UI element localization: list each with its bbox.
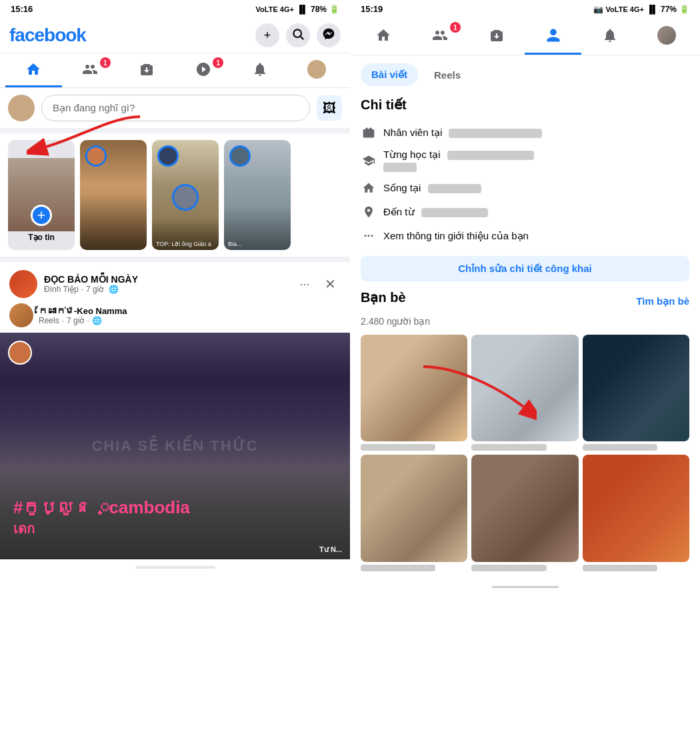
location-icon: [361, 204, 377, 220]
right-camera-icon: 📷: [593, 5, 603, 14]
study-place-blurred: [447, 151, 534, 160]
nav-profile[interactable]: [288, 53, 345, 87]
right-nav-avatar[interactable]: [638, 18, 695, 55]
right-panel: 15:19 📷 VoLTE 4G+ ▐▌ 77% 🔋 1: [350, 0, 700, 744]
study-icon: [361, 153, 377, 169]
nav-notifications[interactable]: [231, 53, 288, 87]
left-panel: 15:16 VoLTE 4G+ ▐▌ 78% 🔋 facebook +: [0, 0, 350, 744]
nav-friends[interactable]: 1: [62, 53, 119, 87]
left-status-bar: 15:16 VoLTE 4G+ ▐▌ 78% 🔋: [0, 0, 350, 18]
left-signal: VoLTE 4G+: [256, 5, 294, 13]
watermark: CHIA SẺ KIẾN THỨC: [91, 437, 258, 455]
friend-photo-1: [361, 335, 467, 441]
messenger-button[interactable]: [317, 23, 341, 47]
photo-icon: 🖼: [323, 101, 336, 116]
create-story-plus-icon: +: [31, 205, 52, 226]
friend-item-2[interactable]: [471, 335, 578, 451]
reel-globe-icon: 🌐: [92, 316, 102, 325]
left-battery: 78%: [311, 5, 327, 14]
watch-badge: 1: [213, 57, 223, 68]
nav-home[interactable]: [5, 53, 62, 87]
from-place-blurred: [421, 208, 488, 217]
home-icon: [361, 180, 377, 196]
left-scrollbar: [135, 566, 215, 569]
search-button[interactable]: [286, 23, 310, 47]
right-nav-marketplace[interactable]: [469, 18, 525, 55]
stories-section: + Tạo tin TOP: Lời ông Giáo a Bia...: [0, 133, 350, 262]
friend-photo-3: [583, 335, 689, 441]
left-status-right: VoLTE 4G+ ▐▌ 78% 🔋: [256, 5, 339, 14]
study-place-blurred2: [383, 163, 417, 172]
right-nav-profile[interactable]: [525, 18, 581, 55]
post-more-button[interactable]: ···: [294, 273, 315, 295]
tab-posts[interactable]: Bài viết: [361, 63, 418, 86]
tab-reels[interactable]: Reels: [423, 63, 471, 86]
right-battery: 77%: [661, 5, 677, 14]
study-label: Từng học tại: [383, 149, 441, 160]
work-place-blurred: [449, 129, 542, 138]
friend-item-5[interactable]: [471, 455, 578, 571]
more-info-row[interactable]: ··· Xem thông tin giới thiệu của bạn: [361, 224, 689, 248]
friend-item-4[interactable]: [361, 455, 467, 571]
friend-name-4: [361, 565, 435, 571]
post-input[interactable]: Bạn đang nghĩ gì?: [41, 95, 310, 121]
story-1-avatar: [85, 145, 107, 167]
right-signal: VoLTE 4G+: [606, 5, 644, 13]
friend-item-3[interactable]: [583, 335, 689, 451]
right-status-bar: 15:19 📷 VoLTE 4G+ ▐▌ 77% 🔋: [350, 0, 700, 18]
signal-bars-icon: ▐▌: [297, 5, 308, 14]
story-2-avatar: [157, 145, 179, 167]
story-1[interactable]: [80, 140, 147, 250]
right-nav-avatar-img: [657, 26, 676, 45]
live-row: Sống tại: [361, 176, 689, 200]
friend-name-3: [583, 444, 657, 451]
friends-header: Bạn bè Tìm bạn bè: [361, 289, 689, 313]
photo-video-button[interactable]: 🖼: [317, 95, 342, 121]
friend-item-1[interactable]: [361, 335, 467, 451]
post-time: 7 giờ: [86, 285, 103, 294]
from-label: Đến từ: [383, 206, 415, 217]
battery-icon: 🔋: [329, 5, 339, 14]
more-icon: ···: [361, 228, 377, 244]
nav-watch[interactable]: 1: [175, 53, 231, 87]
live-place-blurred: [428, 184, 481, 193]
reel-caption-text: #កូប្លូន ្cambodia: [13, 497, 337, 518]
find-friends-link[interactable]: Tìm bạn bè: [636, 295, 689, 307]
reel-caption-text2: เดก: [13, 518, 337, 539]
messenger-icon: [322, 27, 335, 44]
study-row: Từng học tại: [361, 145, 689, 176]
left-nav-bar: 1 1: [0, 53, 350, 88]
create-story-label: Tạo tin: [25, 233, 57, 242]
post-user-avatar: [8, 95, 35, 121]
edit-details-button[interactable]: Chỉnh sửa chi tiết công khai: [361, 256, 689, 281]
right-scrollbar: [492, 586, 559, 588]
right-signal-bars: ▐▌: [647, 5, 658, 14]
right-nav-home[interactable]: [355, 18, 412, 55]
story-3[interactable]: Bia...: [224, 140, 291, 250]
post-close-button[interactable]: ✕: [319, 273, 341, 295]
reel-meta: Reels · 7 giờ · 🌐: [39, 316, 127, 325]
right-nav-bar: 1: [350, 18, 700, 55]
more-info-text: Xem thông tin giới thiệu của bạn: [383, 230, 529, 242]
friends-count: 2.480 người bạn: [361, 316, 689, 327]
post-group-avatar: [9, 270, 37, 298]
friend-item-6[interactable]: [583, 455, 689, 571]
right-scroll-indicator: [350, 579, 700, 595]
nav-marketplace[interactable]: [119, 53, 175, 87]
video-thumbnail[interactable]: CHIA SẺ KIẾN THỨC #កូប្លូន ្cambodia เดก…: [0, 333, 350, 559]
create-story-card[interactable]: + Tạo tin: [8, 140, 75, 250]
reel-type: Reels: [39, 316, 59, 325]
post-dot: ·: [81, 285, 83, 294]
right-nav-friends[interactable]: 1: [412, 18, 469, 55]
friends-badge: 1: [100, 57, 111, 68]
right-nav-notifications[interactable]: [581, 18, 638, 55]
work-text: Nhân viên tại: [383, 127, 542, 139]
details-section: Chi tiết Nhân viên tại: [361, 97, 689, 281]
from-text: Đến từ: [383, 206, 488, 218]
left-time: 15:16: [11, 4, 33, 14]
add-button[interactable]: +: [255, 23, 279, 47]
live-label: Sống tại: [383, 182, 421, 193]
story-2[interactable]: TOP: Lời ông Giáo a: [152, 140, 219, 250]
left-scroll-indicator: [0, 559, 350, 575]
facebook-logo: facebook: [9, 25, 86, 46]
